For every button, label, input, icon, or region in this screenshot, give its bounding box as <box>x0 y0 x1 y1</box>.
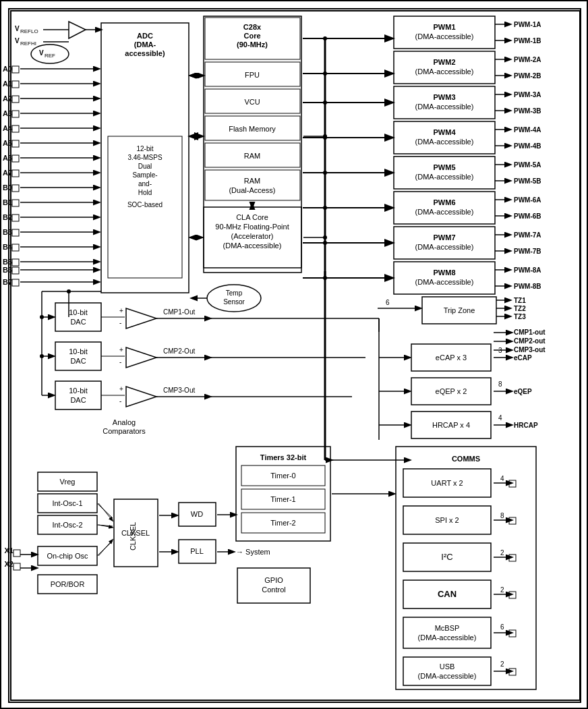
diagram-container: ADC (DMA- accessible) 12-bit 3.46-MSPS D… <box>0 0 588 709</box>
outer-border <box>8 8 581 703</box>
